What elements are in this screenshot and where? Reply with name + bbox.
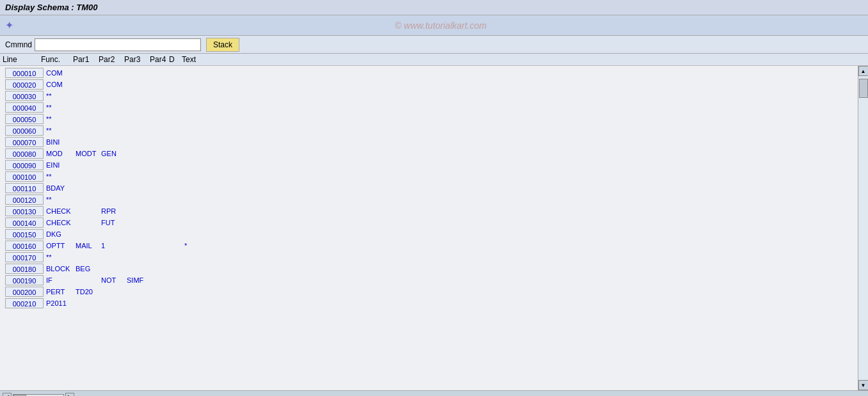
cell-line: 000020 xyxy=(5,79,44,90)
table-row[interactable]: 000060 ** xyxy=(3,125,855,136)
scroll-left-button[interactable]: ◀ xyxy=(3,393,12,397)
content-area[interactable]: 000010 COM 000020 COM 000030 ** 000040 *… xyxy=(0,66,858,390)
table-row[interactable]: 000160 OPTT MAIL 1 * xyxy=(3,240,855,251)
cell-line: 000190 xyxy=(5,275,44,285)
cell-func: OPTT xyxy=(44,242,76,249)
cell-par2: 1 xyxy=(101,242,127,249)
table-row[interactable]: 000010 COM xyxy=(3,67,855,79)
table-row[interactable]: 000130 CHECK RPR xyxy=(3,205,855,217)
cell-line: 000110 xyxy=(5,183,44,193)
cell-func: PERT xyxy=(44,288,76,296)
settings-icon: ✦ xyxy=(5,19,13,31)
table-row[interactable]: 000190 IF NOT SIMF xyxy=(3,274,855,286)
cell-line: 000100 xyxy=(5,171,44,182)
col-header-line: Line xyxy=(3,55,41,64)
stack-button[interactable]: Stack xyxy=(206,38,239,52)
col-header-par3: Par3 xyxy=(124,55,150,64)
horizontal-scrollbar[interactable]: ◀ ▶ xyxy=(3,393,865,397)
table-row[interactable]: 000150 DKG xyxy=(3,228,855,240)
table-row[interactable]: 000120 ** xyxy=(3,194,855,205)
cell-par3: SIMF xyxy=(127,276,152,284)
table-row[interactable]: 000100 ** xyxy=(3,171,855,182)
watermark: © www.tutorialkart.com xyxy=(19,20,863,31)
cell-func: ** xyxy=(44,127,76,134)
cell-line: 000010 xyxy=(5,68,44,78)
cell-func: ** xyxy=(44,104,76,111)
cell-line: 000060 xyxy=(5,125,44,136)
cell-line: 000090 xyxy=(5,160,44,170)
cell-line: 000210 xyxy=(5,298,44,308)
cell-func: COM xyxy=(44,69,76,77)
table-row[interactable]: 000030 ** xyxy=(3,90,855,102)
h-scroll-track xyxy=(13,394,64,397)
command-bar: Cmmnd Stack xyxy=(0,36,868,54)
command-input[interactable] xyxy=(35,38,201,51)
cell-par2: GEN xyxy=(101,150,127,157)
table-row[interactable]: 000080 MOD MODT GEN xyxy=(3,148,855,159)
table-row[interactable]: 000090 EINI xyxy=(3,159,855,171)
cell-par1: MODT xyxy=(76,150,101,157)
cell-line: 000140 xyxy=(5,218,44,228)
cell-func: P2011 xyxy=(44,299,76,307)
cell-line: 000080 xyxy=(5,148,44,159)
cell-func: BLOCK xyxy=(44,265,76,273)
col-header-func: Func. xyxy=(41,55,73,64)
cell-func: ** xyxy=(44,92,76,100)
col-header-par2: Par2 xyxy=(99,55,124,64)
cell-func: CHECK xyxy=(44,207,76,215)
col-header-par1: Par1 xyxy=(73,55,99,64)
cell-par1: BEG xyxy=(76,265,101,273)
col-header-par4: Par4 xyxy=(150,55,169,64)
cell-text: * xyxy=(184,242,853,249)
cell-line: 000180 xyxy=(5,264,44,274)
table-row[interactable]: 000200 PERT TD20 xyxy=(3,286,855,297)
cell-par2: NOT xyxy=(101,276,127,284)
cell-par1: MAIL xyxy=(76,242,101,249)
cell-func: COM xyxy=(44,81,76,88)
cell-par2: RPR xyxy=(101,207,127,215)
table-row[interactable]: 000040 ** xyxy=(3,102,855,113)
scroll-down-button[interactable]: ▼ xyxy=(858,380,869,390)
col-header-d: D xyxy=(169,55,182,64)
table-row[interactable]: 000070 BINI xyxy=(3,136,855,148)
bottom-bar: ◀ ▶ xyxy=(0,390,868,396)
cell-func: BDAY xyxy=(44,184,76,192)
cell-func: BINI xyxy=(44,138,76,146)
scroll-up-button[interactable]: ▲ xyxy=(858,66,869,76)
table-row[interactable]: 000110 BDAY xyxy=(3,182,855,194)
table-row[interactable]: 000210 P2011 xyxy=(3,297,855,309)
title-bar: Display Schema : TM00 xyxy=(0,0,868,15)
cell-par1: TD20 xyxy=(76,288,101,296)
scroll-thumb[interactable] xyxy=(859,79,868,98)
table-row[interactable]: 000050 ** xyxy=(3,113,855,125)
scroll-right-button[interactable]: ▶ xyxy=(65,393,74,397)
cell-func: CHECK xyxy=(44,219,76,226)
cell-func: ** xyxy=(44,253,76,261)
cell-func: EINI xyxy=(44,161,76,169)
table-row[interactable]: 000020 COM xyxy=(3,79,855,90)
cell-line: 000200 xyxy=(5,287,44,297)
vertical-scrollbar[interactable]: ▲ ▼ xyxy=(858,66,868,390)
table-row[interactable]: 000180 BLOCK BEG xyxy=(3,263,855,274)
col-header-text: Text xyxy=(182,55,865,64)
cell-line: 000170 xyxy=(5,252,44,262)
command-label: Cmmnd xyxy=(5,40,32,49)
cell-line: 000070 xyxy=(5,137,44,147)
cell-func: ** xyxy=(44,173,76,180)
toolbar: ✦ © www.tutorialkart.com xyxy=(0,15,868,36)
cell-line: 000130 xyxy=(5,206,44,216)
scroll-track xyxy=(858,76,869,380)
cell-line: 000160 xyxy=(5,241,44,251)
cell-func: IF xyxy=(44,276,76,284)
cell-func: ** xyxy=(44,115,76,123)
table-row[interactable]: 000170 ** xyxy=(3,251,855,263)
cell-line: 000120 xyxy=(5,194,44,205)
cell-line: 000050 xyxy=(5,114,44,124)
cell-par2: FUT xyxy=(101,219,127,226)
column-headers: Line Func. Par1 Par2 Par3 Par4 D Text xyxy=(0,54,868,66)
cell-line: 000150 xyxy=(5,229,44,239)
table-row[interactable]: 000140 CHECK FUT xyxy=(3,217,855,228)
cell-line: 000040 xyxy=(5,102,44,113)
cell-func: DKG xyxy=(44,230,76,238)
page-title: Display Schema : TM00 xyxy=(5,3,98,12)
